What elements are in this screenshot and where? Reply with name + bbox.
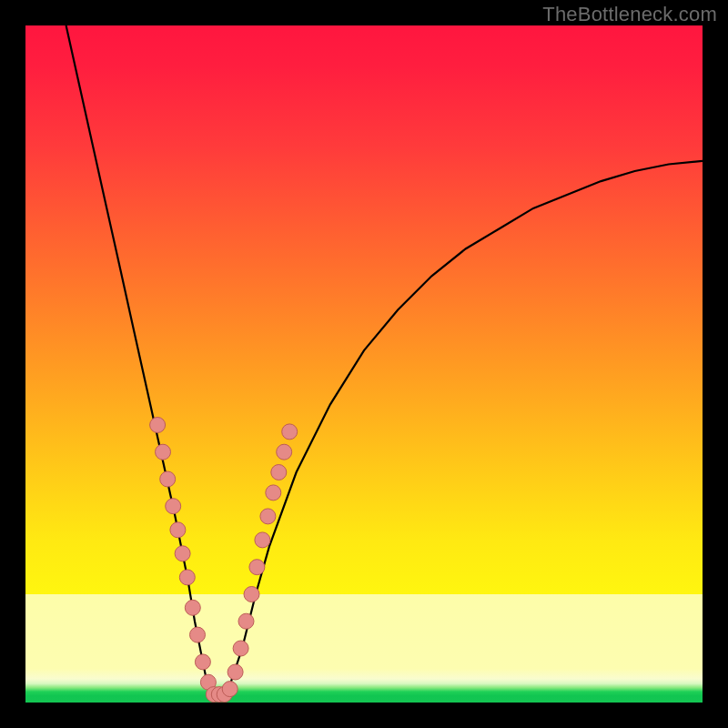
plot-area	[25, 25, 703, 703]
marker-dot	[244, 587, 259, 602]
marker-dot	[277, 444, 292, 460]
marker-dot	[266, 485, 281, 500]
watermark-text: TheBottleneck.com	[542, 3, 717, 26]
marker-dot	[195, 654, 210, 670]
bottleneck-curve	[66, 25, 703, 696]
marker-dot	[166, 499, 181, 514]
chart-frame: TheBottleneck.com	[0, 0, 728, 728]
curve-line	[66, 25, 703, 696]
marker-dot	[282, 424, 298, 440]
marker-dots	[150, 418, 298, 703]
marker-dot	[156, 444, 171, 460]
marker-dot	[170, 522, 186, 538]
bottleneck-curve-svg	[25, 25, 703, 703]
marker-dot	[260, 509, 276, 524]
marker-dot	[222, 682, 238, 697]
marker-dot	[185, 600, 200, 615]
marker-dot	[228, 664, 243, 680]
marker-dot	[233, 641, 248, 656]
marker-dot	[179, 570, 195, 585]
marker-dot	[175, 546, 190, 561]
marker-dot	[238, 613, 254, 629]
marker-dot	[271, 465, 287, 480]
marker-dot	[190, 627, 206, 642]
marker-dot	[150, 418, 166, 433]
marker-dot	[249, 560, 265, 575]
marker-dot	[160, 471, 176, 487]
marker-dot	[255, 532, 270, 548]
